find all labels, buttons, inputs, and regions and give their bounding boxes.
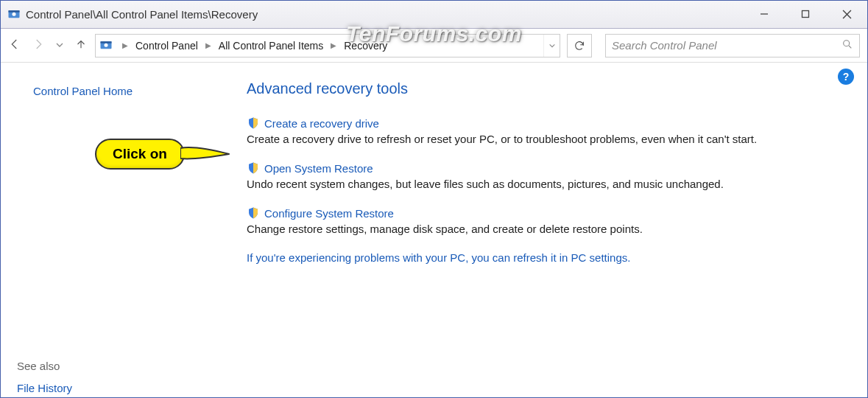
file-history-link[interactable]: File History (17, 382, 72, 394)
chevron-right-icon[interactable]: ▶ (201, 41, 216, 49)
up-button[interactable] (74, 38, 88, 54)
chevron-right-icon[interactable]: ▶ (118, 41, 133, 49)
create-recovery-drive-link[interactable]: Create a recovery drive (264, 117, 379, 130)
search-icon[interactable] (841, 38, 853, 53)
breadcrumb-item[interactable]: All Control Panel Items (219, 40, 323, 52)
address-dropdown[interactable] (543, 35, 560, 57)
shield-icon (247, 161, 260, 175)
refresh-button[interactable] (567, 34, 592, 57)
tool-item: Configure System Restore Change restore … (247, 206, 833, 237)
refresh-pc-link[interactable]: If you're experiencing problems with you… (247, 251, 833, 264)
chevron-right-icon[interactable]: ▶ (326, 41, 341, 49)
see-also-label: See also (17, 360, 60, 372)
minimize-button[interactable] (744, 1, 785, 27)
configure-system-restore-link[interactable]: Configure System Restore (264, 207, 394, 220)
control-panel-home-link[interactable]: Control Panel Home (33, 85, 222, 97)
navbar: ▶ Control Panel ▶ All Control Panel Item… (1, 29, 867, 63)
svg-rect-4 (802, 11, 809, 18)
page-heading: Advanced recovery tools (247, 80, 833, 97)
tool-description: Create a recovery drive to refresh or re… (247, 131, 833, 147)
annotation-callout: Click on (95, 138, 232, 170)
svg-point-10 (844, 40, 850, 46)
close-button[interactable] (826, 1, 867, 27)
callout-text: Click on (95, 139, 185, 170)
tool-item: Open System Restore Undo recent system c… (247, 161, 833, 192)
tool-item: Create a recovery drive Create a recover… (247, 116, 833, 147)
recovery-icon (7, 7, 21, 22)
callout-arrow-icon (180, 138, 232, 170)
breadcrumb-item[interactable]: Recovery (344, 40, 387, 52)
tool-description: Change restore settings, manage disk spa… (247, 221, 833, 237)
svg-rect-1 (9, 10, 20, 13)
search-input[interactable] (612, 39, 841, 52)
sidebar: Control Panel Home See also File History (1, 63, 222, 397)
maximize-button[interactable] (785, 1, 826, 27)
main-content: Advanced recovery tools Create a recover… (222, 63, 867, 397)
recent-dropdown[interactable] (55, 39, 64, 52)
open-system-restore-link[interactable]: Open System Restore (264, 162, 373, 175)
titlebar: Control Panel\All Control Panel Items\Re… (1, 1, 867, 29)
forward-button[interactable] (32, 38, 45, 54)
back-button[interactable] (8, 38, 21, 54)
window-title: Control Panel\All Control Panel Items\Re… (26, 8, 258, 21)
address-bar[interactable]: ▶ Control Panel ▶ All Control Panel Item… (95, 34, 560, 57)
tool-description: Undo recent system changes, but leave fi… (247, 176, 833, 192)
svg-point-9 (105, 43, 108, 46)
svg-line-11 (849, 46, 851, 48)
search-box[interactable] (605, 34, 860, 57)
breadcrumb-item[interactable]: Control Panel (135, 40, 198, 52)
shield-icon (247, 206, 260, 220)
svg-rect-8 (101, 41, 112, 43)
svg-point-2 (13, 12, 16, 15)
shield-icon (247, 116, 260, 130)
recovery-small-icon (99, 38, 113, 53)
